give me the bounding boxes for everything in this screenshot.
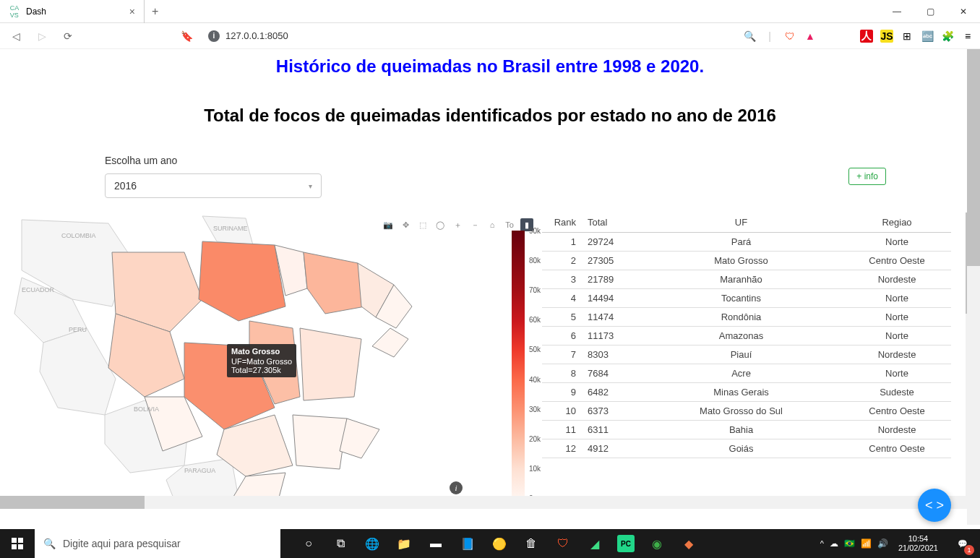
brave-shield-icon[interactable]: 🛡: [783, 30, 796, 43]
language-icon[interactable]: 🇧🇷: [844, 538, 855, 549]
table-cell: Centro Oeste: [843, 252, 951, 270]
minimize-button[interactable]: —: [880, 0, 914, 23]
year-dropdown[interactable]: 2016: [105, 173, 322, 198]
site-info-icon[interactable]: i: [208, 30, 220, 42]
info-button[interactable]: + info: [848, 168, 886, 185]
table-row[interactable]: 227305Mato GrossoCentro Oeste: [542, 252, 951, 270]
zoom-icon[interactable]: 🔍: [743, 30, 756, 43]
colorbar-tick: 80k: [529, 257, 541, 265]
table-row[interactable]: 96482Minas GeraisSudeste: [542, 383, 951, 402]
home-icon[interactable]: ⌂: [486, 218, 499, 231]
table-row[interactable]: 321789MaranhãoNordeste: [542, 270, 951, 289]
table-cell: 2: [542, 252, 582, 270]
table-cell: Maranhão: [640, 270, 843, 289]
browser-tab[interactable]: CAVS Dash ×: [0, 0, 145, 23]
terminal-icon[interactable]: ▬: [421, 529, 451, 558]
explorer-icon[interactable]: 📁: [389, 529, 419, 558]
recycle-icon[interactable]: 🗑: [516, 529, 546, 558]
map-label: ECUADOR: [22, 286, 55, 293]
vscode-icon[interactable]: ◆: [674, 529, 704, 558]
brave-rewards-icon[interactable]: ▲: [804, 30, 817, 43]
map-label: PERU: [69, 326, 87, 333]
menu-icon[interactable]: ≡: [961, 30, 974, 43]
page-title: Histórico de queimadas no Brasil entre 1…: [0, 49, 980, 106]
back-button[interactable]: ◁: [6, 26, 26, 46]
new-tab-button[interactable]: +: [145, 5, 166, 18]
table-cell: 11474: [582, 308, 640, 327]
table-row[interactable]: 106373Mato Grosso do SulCentro Oeste: [542, 402, 951, 421]
table-row[interactable]: 124912GoiásCentro Oeste: [542, 439, 951, 458]
forward-button[interactable]: ▷: [32, 26, 52, 46]
taskview-icon[interactable]: ⧉: [325, 529, 356, 558]
table-row[interactable]: 414494TocantinsNorte: [542, 289, 951, 308]
wifi-icon[interactable]: 📶: [861, 538, 872, 549]
table-row[interactable]: 129724ParáNorte: [542, 233, 951, 252]
js-ext-icon[interactable]: JS: [880, 30, 893, 43]
table-cell: Mato Grosso do Sul: [640, 402, 843, 421]
map-info-icon[interactable]: i: [450, 481, 463, 494]
table-cell: 27305: [582, 252, 640, 270]
box-select-icon[interactable]: ⬚: [416, 218, 429, 231]
book-icon[interactable]: 📘: [452, 529, 483, 558]
toggle-icon[interactable]: To: [503, 218, 516, 231]
onedrive-icon[interactable]: ☁: [830, 538, 838, 549]
camera-icon[interactable]: 📷: [382, 218, 395, 231]
table-cell: Nordeste: [843, 345, 951, 364]
close-tab-icon[interactable]: ×: [129, 6, 135, 17]
clock-date: 21/02/2021: [898, 544, 938, 553]
table-cell: 9: [542, 383, 582, 402]
notif-badge: 1: [964, 545, 974, 555]
pan-icon[interactable]: ✥: [399, 218, 412, 231]
translate-ext-icon[interactable]: 🔤: [921, 30, 934, 43]
reload-button[interactable]: ⟳: [58, 26, 78, 46]
map-panel: 📷 ✥ ⬚ ◯ ＋ － ⌂ To ▮: [0, 213, 542, 502]
close-window-button[interactable]: ✕: [947, 0, 980, 23]
android-studio-icon[interactable]: ◢: [580, 529, 610, 558]
table-cell: Minas Gerais: [640, 383, 843, 402]
start-button[interactable]: [0, 529, 35, 558]
chrome-icon[interactable]: 🟡: [484, 529, 515, 558]
colorbar-tick: 40k: [529, 376, 541, 384]
table-row[interactable]: 116311BahiaNordeste: [542, 421, 951, 439]
pycharm-icon[interactable]: PC: [617, 535, 635, 552]
maximize-button[interactable]: ▢: [914, 0, 947, 23]
extensions-puzzle-icon[interactable]: 🧩: [941, 30, 954, 43]
table-cell: 4: [542, 289, 582, 308]
table-cell: 14494: [582, 289, 640, 308]
colorbar-tick: 70k: [529, 286, 541, 294]
ms-ext-icon[interactable]: ⊞: [901, 30, 914, 43]
taskbar-clock[interactable]: 10:54 21/02/2021: [894, 534, 942, 553]
table-row[interactable]: 87684AcreNorte: [542, 364, 951, 383]
notifications-icon[interactable]: 💬1: [948, 529, 977, 558]
tray-expand-icon[interactable]: ^: [820, 539, 824, 548]
table-cell: 29724: [582, 233, 640, 252]
zoom-out-icon[interactable]: －: [468, 218, 481, 231]
address-bar[interactable]: i 127.0.0.1:8050: [202, 30, 737, 42]
table-cell: Norte: [843, 327, 951, 345]
page-v-scrollbar[interactable]: [967, 49, 980, 525]
table-cell: 5: [542, 308, 582, 327]
volume-icon[interactable]: 🔊: [877, 538, 888, 549]
map-label: SURINAME: [213, 225, 248, 232]
page-h-scrollbar[interactable]: [0, 496, 967, 509]
bookmark-icon[interactable]: 🔖: [176, 26, 197, 46]
table-cell: Tocantins: [640, 289, 843, 308]
anaconda-icon[interactable]: ◉: [642, 529, 672, 558]
search-icon: 🔍: [43, 538, 56, 549]
table-row[interactable]: 611173AmazonasNorte: [542, 327, 951, 345]
brave-icon[interactable]: 🛡: [548, 529, 578, 558]
dash-debug-button[interactable]: < >: [918, 489, 951, 522]
taskbar-search[interactable]: 🔍 Digite aqui para pesquisar: [35, 529, 280, 558]
search-placeholder: Digite aqui para pesquisar: [63, 538, 181, 549]
map-label: COLOMBIA: [61, 232, 96, 239]
cortana-icon[interactable]: ○: [293, 529, 324, 558]
year-value: 2016: [114, 180, 137, 192]
table-row[interactable]: 78303PiauíNordeste: [542, 345, 951, 364]
zoom-in-icon[interactable]: ＋: [451, 218, 464, 231]
table-cell: 8303: [582, 345, 640, 364]
edge-icon[interactable]: 🌐: [357, 529, 387, 558]
adobe-ext-icon[interactable]: 人: [860, 30, 873, 43]
choropleth-map[interactable]: COLOMBIA ECUADOR PERU BOLIVIA PARAGUA SU…: [0, 213, 484, 502]
lasso-icon[interactable]: ◯: [434, 218, 447, 231]
table-row[interactable]: 511474RondôniaNorte: [542, 308, 951, 327]
